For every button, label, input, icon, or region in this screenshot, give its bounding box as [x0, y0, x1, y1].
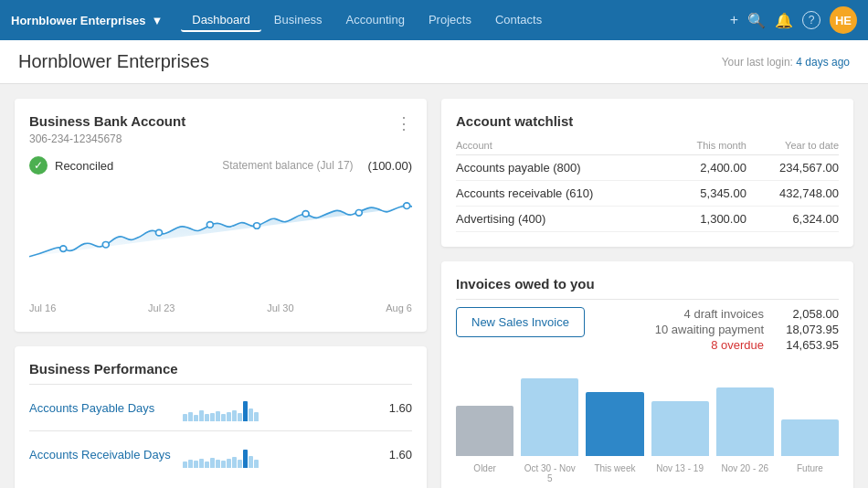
svg-point-4 — [254, 223, 260, 229]
perf-bar-highlight — [243, 401, 248, 421]
bell-icon[interactable]: 🔔 — [775, 12, 793, 29]
perf-bar — [194, 461, 198, 468]
search-icon[interactable]: 🔍 — [747, 12, 766, 29]
nav-accounting[interactable]: Accounting — [335, 9, 416, 32]
invoices-top: New Sales Invoice 4 draft invoices 2,058… — [456, 307, 839, 354]
perf-bar — [232, 410, 237, 421]
invoice-stat-row-2: 8 overdue 14,653.95 — [655, 338, 839, 352]
perf-label-1[interactable]: Accounts Receivable Days — [29, 448, 175, 461]
nav-actions: + 🔍 🔔 ? HE — [730, 6, 857, 34]
nav-business[interactable]: Business — [263, 9, 333, 32]
svg-point-3 — [206, 222, 213, 228]
perf-value-1: 1.60 — [380, 448, 412, 461]
invoice-stats: 4 draft invoices 2,058.00 10 awaiting pa… — [655, 307, 839, 354]
perf-bar — [232, 457, 237, 468]
invoice-stat-label-0: 4 draft invoices — [684, 307, 764, 321]
inv-bar-5 — [781, 419, 839, 456]
watchlist-title: Account watchlist — [456, 113, 839, 129]
nav-contacts[interactable]: Contacts — [484, 9, 553, 32]
svg-point-7 — [404, 203, 410, 209]
nav-dashboard[interactable]: Dashboard — [181, 9, 261, 32]
bank-header: Business Bank Account 306-234-12345678 ⋮ — [29, 113, 412, 156]
perf-bar — [238, 460, 242, 468]
inv-bar-label-3: Nov 13 - 19 — [651, 463, 709, 483]
inv-bar-4 — [716, 387, 774, 456]
page-header: Hornblower Enterprises Your last login: … — [0, 40, 868, 84]
perf-bar — [199, 459, 204, 468]
perf-bars-0 — [183, 394, 373, 421]
watchlist-month-1: 5,345.00 — [669, 181, 746, 207]
invoice-stat-value-1: 18,073.95 — [775, 323, 839, 336]
inv-bar-label-0: Older — [456, 463, 513, 483]
invoice-stat-row-1: 10 awaiting payment 18,073.95 — [655, 323, 839, 336]
perf-row-1: Accounts Receivable Days — [29, 440, 412, 468]
performance-title: Business Performance — [29, 361, 412, 377]
perf-bar — [194, 415, 198, 421]
perf-bar — [216, 460, 220, 468]
inv-bar-3 — [651, 401, 709, 456]
svg-point-1 — [102, 241, 109, 248]
perf-bar — [221, 414, 226, 421]
perf-bar — [205, 414, 209, 421]
inv-bar-group-1 — [521, 365, 578, 456]
statement-value: (100.00) — [368, 159, 412, 173]
user-avatar[interactable]: HE — [830, 6, 857, 34]
inv-bar-label-5: Future — [781, 463, 839, 483]
brand-name: Hornblower Enterprises — [11, 14, 145, 27]
watchlist-ytd-2: 6,324.00 — [746, 207, 839, 232]
perf-label-0[interactable]: Accounts Payable Days — [29, 401, 175, 415]
statement-info: Statement balance (Jul 17) (100.00) — [222, 159, 412, 173]
perf-bar-highlight — [243, 450, 248, 468]
invoice-chart — [456, 368, 839, 460]
invoice-stat-label-2: 8 overdue — [711, 338, 764, 352]
invoice-stat-value-0: 2,058.00 — [775, 307, 839, 321]
inv-bar-group-3 — [651, 365, 709, 456]
last-login: Your last login: 4 days ago — [722, 56, 850, 69]
inv-bar-group-4 — [716, 365, 774, 456]
inv-bar-0 — [456, 406, 513, 456]
bank-menu-icon[interactable]: ⋮ — [396, 113, 412, 133]
invoices-title: Invoices owed to you — [456, 276, 839, 292]
brand-caret: ▼ — [151, 14, 163, 27]
perf-bar — [183, 461, 187, 468]
navbar: Hornblower Enterprises ▼ Dashboard Busin… — [0, 0, 868, 40]
reconciled-row: ✓ Reconciled Statement balance (Jul 17) … — [29, 156, 412, 175]
inv-bar-2 — [586, 392, 643, 456]
add-icon[interactable]: + — [730, 12, 738, 28]
reconciled-icon: ✓ — [29, 156, 48, 175]
watchlist-col-account: Account — [456, 136, 669, 155]
watchlist-account-0: Accounts payable (800) — [456, 155, 669, 181]
perf-bar — [216, 411, 220, 421]
invoices-card: Invoices owed to you New Sales Invoice 4… — [441, 261, 853, 488]
statement-label: Statement balance (Jul 17) — [222, 159, 353, 172]
invoice-stat-label-1: 10 awaiting payment — [655, 323, 764, 336]
inv-bar-label-1: Oct 30 - Nov 5 — [521, 463, 578, 483]
watchlist-ytd-1: 432,748.00 — [746, 181, 839, 207]
nav-links: Dashboard Business Accounting Projects C… — [181, 9, 729, 32]
watchlist-row: Accounts payable (800) 2,400.00 234,567.… — [456, 155, 839, 181]
brand-menu[interactable]: Hornblower Enterprises ▼ — [11, 14, 163, 27]
inv-bar-group-5 — [781, 365, 839, 456]
inv-bar-group-0 — [456, 365, 513, 456]
new-invoice-button[interactable]: New Sales Invoice — [456, 307, 585, 337]
bank-account-card: Business Bank Account 306-234-12345678 ⋮… — [15, 99, 427, 332]
perf-row-0: Accounts Payable Days — [29, 394, 412, 421]
perf-bar — [183, 414, 187, 421]
nav-projects[interactable]: Projects — [418, 9, 482, 32]
watchlist-col-month: This month — [669, 136, 746, 155]
performance-card: Business Performance Accounts Payable Da… — [15, 346, 427, 488]
watchlist-row: Advertising (400) 1,300.00 6,324.00 — [456, 207, 839, 232]
help-icon[interactable]: ? — [802, 11, 820, 29]
inv-bar-1 — [521, 378, 578, 456]
perf-bars-1 — [183, 440, 373, 468]
perf-bar — [199, 410, 204, 421]
invoice-stat-row-0: 4 draft invoices 2,058.00 — [655, 307, 839, 321]
perf-bar — [205, 461, 209, 468]
main-grid: Business Bank Account 306-234-12345678 ⋮… — [0, 84, 868, 488]
perf-bar — [210, 458, 215, 468]
watchlist-month-0: 2,400.00 — [669, 155, 746, 181]
svg-point-0 — [60, 246, 67, 252]
bank-chart — [29, 182, 412, 292]
chart-labels: Jul 16 Jul 23 Jul 30 Aug 6 — [29, 299, 412, 317]
last-login-link[interactable]: 4 days ago — [796, 56, 850, 69]
